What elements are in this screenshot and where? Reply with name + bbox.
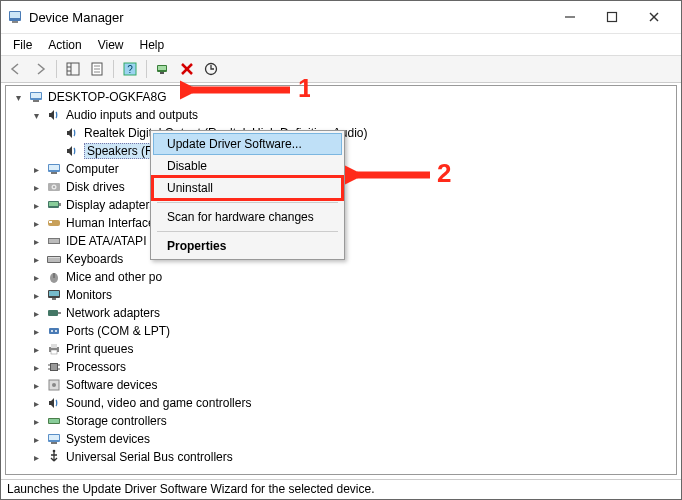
speaker-icon — [46, 107, 62, 123]
expand-toggle[interactable]: ▸ — [30, 379, 42, 391]
uninstall-toolbar-button[interactable] — [176, 58, 198, 80]
svg-text:?: ? — [127, 64, 133, 75]
back-button[interactable] — [5, 58, 27, 80]
status-bar: Launches the Update Driver Software Wiza… — [1, 479, 681, 499]
expand-toggle[interactable]: ▸ — [30, 397, 42, 409]
expand-toggle[interactable]: ▸ — [30, 217, 42, 229]
tree-node-ports[interactable]: ▸ Ports (COM & LPT) — [28, 322, 676, 340]
expand-toggle[interactable]: ▾ — [30, 109, 42, 121]
svg-point-69 — [53, 450, 56, 453]
expand-toggle[interactable]: ▸ — [30, 325, 42, 337]
tree-root-label: DESKTOP-OGKFA8G — [48, 90, 166, 104]
tree-node-human-interface[interactable]: ▸ Human Interface — [28, 214, 676, 232]
expand-toggle[interactable]: ▸ — [30, 181, 42, 193]
context-menu-separator — [157, 231, 338, 232]
tree-node-software-devices[interactable]: ▸ Software devices — [28, 376, 676, 394]
menu-file[interactable]: File — [5, 36, 40, 54]
svg-rect-46 — [49, 291, 59, 296]
network-adapter-icon — [46, 305, 62, 321]
expand-toggle[interactable]: ▸ — [30, 307, 42, 319]
tree-root[interactable]: ▾ DESKTOP-OGKFA8G — [10, 88, 676, 106]
expand-toggle[interactable]: ▸ — [30, 199, 42, 211]
tree-label: Sound, video and game controllers — [66, 396, 251, 410]
expand-toggle[interactable]: ▸ — [30, 343, 42, 355]
context-menu-disable[interactable]: Disable — [153, 155, 342, 177]
speaker-icon — [46, 395, 62, 411]
tree-node-network-adapters[interactable]: ▸ Network adapters — [28, 304, 676, 322]
svg-rect-4 — [608, 13, 617, 22]
tree-node-print-queues[interactable]: ▸ Print queues — [28, 340, 676, 358]
expand-toggle[interactable]: ▸ — [30, 163, 42, 175]
svg-rect-19 — [160, 72, 164, 74]
scan-hardware-button[interactable] — [152, 58, 174, 80]
tree-node-speakers[interactable]: Speakers (Realtek High Definition Audio) — [46, 142, 676, 160]
tree-label: Ports (COM & LPT) — [66, 324, 170, 338]
tree-node-ide-ata[interactable]: ▸ IDE ATA/ATAPI co — [28, 232, 676, 250]
expand-toggle[interactable]: ▾ — [12, 91, 24, 103]
tree-label: Processors — [66, 360, 126, 374]
tree-label: Network adapters — [66, 306, 160, 320]
expand-toggle[interactable]: ▸ — [30, 361, 42, 373]
monitor-icon — [46, 287, 62, 303]
tree-node-keyboards[interactable]: ▸ Keyboards — [28, 250, 676, 268]
toolbar-separator — [56, 60, 57, 78]
expand-toggle[interactable]: ▸ — [30, 451, 42, 463]
context-menu-scan[interactable]: Scan for hardware changes — [153, 206, 342, 228]
expand-toggle[interactable]: ▸ — [30, 289, 42, 301]
menu-help[interactable]: Help — [132, 36, 173, 54]
tree-node-computer[interactable]: ▸ Computer — [28, 160, 676, 178]
tree-label: Print queues — [66, 342, 133, 356]
disk-icon — [46, 179, 62, 195]
context-menu-properties[interactable]: Properties — [153, 235, 342, 257]
svg-rect-7 — [67, 63, 79, 75]
mouse-icon — [46, 269, 62, 285]
menu-action[interactable]: Action — [40, 36, 89, 54]
tree-label: Disk drives — [66, 180, 125, 194]
tree-node-realtek-digital[interactable]: Realtek Digital Output (Realtek High Def… — [46, 124, 676, 142]
menu-bar: File Action View Help — [1, 33, 681, 55]
tree-node-sound-video-game[interactable]: ▸ Sound, video and game controllers — [28, 394, 676, 412]
svg-rect-48 — [48, 310, 58, 316]
close-button[interactable] — [633, 3, 675, 31]
tree-node-system-devices[interactable]: ▸ System devices — [28, 430, 676, 448]
tree-node-audio[interactable]: ▾ Audio inputs and outputs — [28, 106, 676, 124]
hid-icon — [46, 215, 62, 231]
tree-node-display-adapters[interactable]: ▸ Display adapters — [28, 196, 676, 214]
minimize-button[interactable] — [549, 3, 591, 31]
tree-node-usb-controllers[interactable]: ▸ Universal Serial Bus controllers — [28, 448, 676, 466]
svg-rect-38 — [49, 239, 59, 243]
computer-icon — [46, 161, 62, 177]
svg-rect-33 — [49, 202, 58, 206]
svg-rect-27 — [49, 165, 59, 170]
maximize-button[interactable] — [591, 3, 633, 31]
expand-toggle[interactable]: ▸ — [30, 433, 42, 445]
tree-label: Storage controllers — [66, 414, 167, 428]
svg-rect-34 — [59, 203, 61, 206]
window-title: Device Manager — [29, 10, 549, 25]
tree-node-mice[interactable]: ▸ Mice and other po — [28, 268, 676, 286]
svg-rect-18 — [158, 66, 166, 70]
svg-rect-55 — [51, 350, 57, 354]
context-menu-update-driver[interactable]: Update Driver Software... — [153, 133, 342, 155]
update-driver-toolbar-button[interactable] — [200, 58, 222, 80]
properties-toolbar-button[interactable] — [86, 58, 108, 80]
expand-toggle[interactable]: ▸ — [30, 253, 42, 265]
show-hide-tree-button[interactable] — [62, 58, 84, 80]
tree-node-processors[interactable]: ▸ Processors — [28, 358, 676, 376]
help-toolbar-button[interactable]: ? — [119, 58, 141, 80]
svg-rect-49 — [58, 312, 61, 314]
expand-toggle[interactable]: ▸ — [30, 235, 42, 247]
context-menu-uninstall[interactable]: Uninstall — [153, 177, 342, 199]
forward-button[interactable] — [29, 58, 51, 80]
menu-view[interactable]: View — [90, 36, 132, 54]
tree-label: Display adapters — [66, 198, 155, 212]
tree-node-storage-controllers[interactable]: ▸ Storage controllers — [28, 412, 676, 430]
tree-label: Keyboards — [66, 252, 123, 266]
tree-node-monitors[interactable]: ▸ Monitors — [28, 286, 676, 304]
expand-toggle[interactable]: ▸ — [30, 271, 42, 283]
expand-toggle[interactable]: ▸ — [30, 415, 42, 427]
tree-label: System devices — [66, 432, 150, 446]
ide-icon — [46, 233, 62, 249]
tree-label: Mice and other po — [66, 270, 162, 284]
tree-node-disk-drives[interactable]: ▸ Disk drives — [28, 178, 676, 196]
